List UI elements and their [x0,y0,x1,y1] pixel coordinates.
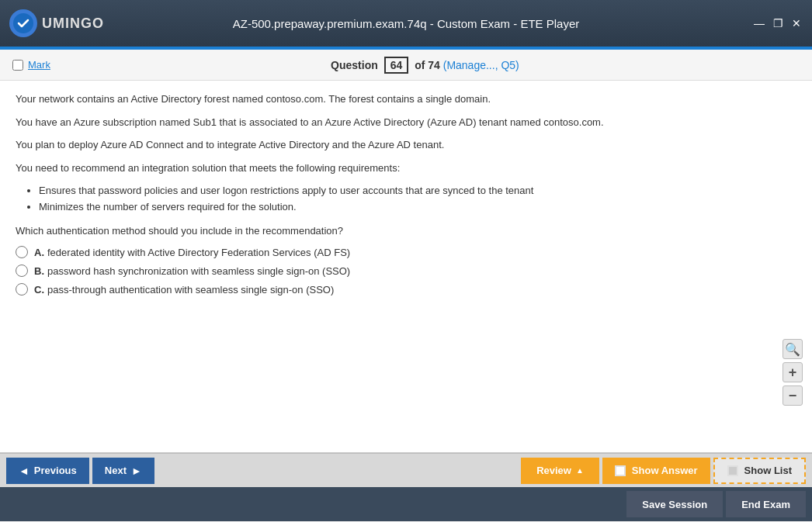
question-header: Mark Question 64 of 74 (Manage..., Q5) [0,50,812,81]
left-arrow-icon: ◄ [19,465,29,477]
next-label: Next [105,465,127,476]
content-area: Your network contains an Active Director… [0,81,812,453]
action-bar: Save Session End Exam [0,487,812,521]
option-a-label: A.federated identity with Active Directo… [34,247,350,258]
paragraph-4: You need to recommend an integration sol… [16,161,796,176]
window-controls: — ❐ ✕ [753,17,803,29]
requirement-1: Ensures that password policies and user … [39,183,796,199]
logo: UMINGO [9,9,104,37]
zoom-in-button[interactable]: + [783,362,803,382]
requirement-2: Minimizes the number of servers required… [39,199,796,216]
option-a-row: A.federated identity with Active Directo… [16,246,796,258]
question-text: Which authentication method should you i… [16,223,796,239]
question-info: Question 64 of 74 (Manage..., Q5) [331,57,519,74]
mark-section: Mark [12,59,50,71]
option-b-radio[interactable] [16,264,28,277]
option-b-key: B. [34,265,44,277]
next-button[interactable]: Next ► [92,458,154,484]
bottom-toolbar: ◄ Previous Next ► Review ▲ Show Answer S… [0,453,812,487]
option-c-radio[interactable] [16,283,28,296]
previous-button[interactable]: ◄ Previous [6,458,89,484]
mark-label[interactable]: Mark [28,59,50,71]
logo-text: UMINGO [42,16,104,32]
show-list-label: Show List [744,465,792,476]
title-bar: UMINGO AZ-500.prepaway.premium.exam.74q … [0,0,812,47]
mark-checkbox[interactable] [12,60,23,71]
paragraph-3: You plan to deploy Azure AD Connect and … [16,137,796,153]
option-a-key: A. [34,247,44,258]
option-c-label: C.pass-through authentication with seaml… [34,284,334,296]
show-answer-icon [615,465,626,476]
zoom-out-button[interactable]: − [783,385,803,406]
search-icon[interactable]: 🔍 [783,339,803,359]
right-arrow-icon: ► [131,465,142,477]
paragraph-2: You have an Azure subscription named Sub… [16,115,796,130]
requirements-list: Ensures that password policies and user … [39,183,796,216]
option-c-key: C. [34,284,44,296]
question-label: Question [331,59,378,71]
restore-button[interactable]: ❐ [772,17,784,29]
show-list-icon [727,465,738,476]
logo-icon [9,9,37,37]
dropdown-arrow-icon: ▲ [576,466,584,475]
show-answer-button[interactable]: Show Answer [602,458,710,484]
option-b-row: B.password hash synchronization with sea… [16,264,796,277]
show-list-button[interactable]: Show List [713,458,806,484]
review-button[interactable]: Review ▲ [521,458,599,484]
minimize-button[interactable]: — [753,17,765,29]
svg-point-0 [13,13,33,33]
previous-label: Previous [34,465,77,476]
review-label: Review [536,465,571,476]
question-manage[interactable]: (Manage..., Q5) [443,59,519,71]
option-a-radio[interactable] [16,246,28,258]
option-a-text: federated identity with Active Directory… [47,247,350,258]
paragraph-1: Your network contains an Active Director… [16,92,796,107]
option-c-row: C.pass-through authentication with seaml… [16,283,796,296]
option-c-text: pass-through authentication with seamles… [47,284,334,296]
end-exam-button[interactable]: End Exam [726,491,806,517]
zoom-controls: 🔍 + − [783,339,803,406]
of-label: of 74 [415,59,440,71]
question-number: 64 [384,57,409,74]
close-button[interactable]: ✕ [790,17,803,29]
option-b-text: password hash synchronization with seaml… [47,265,350,277]
save-session-button[interactable]: Save Session [626,491,723,517]
window-title: AZ-500.prepaway.premium.exam.74q - Custo… [233,17,580,30]
show-answer-label: Show Answer [632,465,698,476]
option-b-label: B.password hash synchronization with sea… [34,265,350,277]
